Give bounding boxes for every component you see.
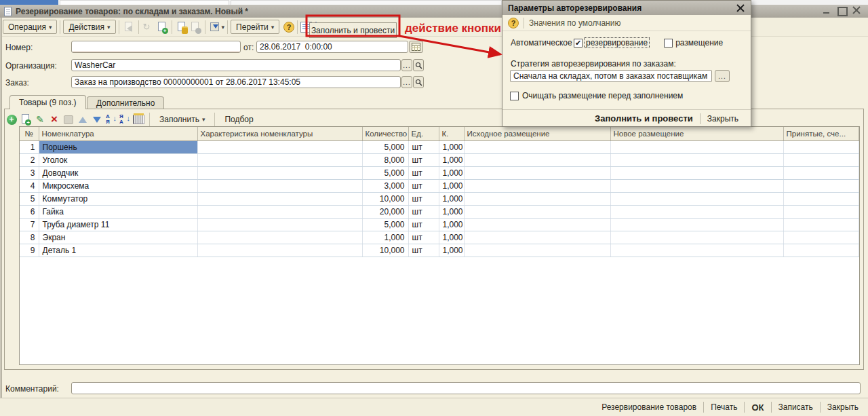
reserve-checkbox[interactable]: ✔ xyxy=(574,39,583,48)
cell-n[interactable]: 8 xyxy=(20,231,39,244)
minimize-icon[interactable] xyxy=(822,6,831,15)
cell-src[interactable] xyxy=(464,192,610,205)
cell-qty[interactable]: 5,000 xyxy=(362,218,408,231)
cell-n[interactable]: 9 xyxy=(20,244,39,257)
cell-src[interactable] xyxy=(464,244,610,257)
cell-name[interactable]: Гайка xyxy=(39,205,197,218)
cell-nw[interactable] xyxy=(610,179,783,192)
calendar-button[interactable] xyxy=(409,41,423,53)
cell-acc[interactable] xyxy=(783,231,859,244)
cell-k[interactable]: 1,000 xyxy=(439,192,464,205)
cell-qty[interactable]: 10,000 xyxy=(362,192,408,205)
cell-char[interactable] xyxy=(197,231,362,244)
cell-acc[interactable] xyxy=(783,166,859,179)
cell-n[interactable]: 2 xyxy=(20,153,39,166)
write-button[interactable]: Записать xyxy=(772,402,820,412)
column-header[interactable]: К. xyxy=(439,127,464,140)
place-checkbox[interactable] xyxy=(664,39,673,48)
ok-button[interactable]: ОК xyxy=(745,402,770,413)
cell-k[interactable]: 1,000 xyxy=(439,231,464,244)
cell-unit[interactable]: шт xyxy=(408,153,439,166)
cell-src[interactable] xyxy=(464,140,610,153)
cell-k[interactable]: 1,000 xyxy=(439,153,464,166)
cell-nw[interactable] xyxy=(610,205,783,218)
organization-open-button[interactable] xyxy=(413,59,424,71)
help-icon[interactable]: ? xyxy=(283,22,294,33)
column-header[interactable]: Принятые, сче... xyxy=(783,127,859,140)
cell-qty[interactable]: 10,000 xyxy=(362,244,408,257)
reread-icon[interactable] xyxy=(122,20,136,34)
cell-k[interactable]: 1,000 xyxy=(439,179,464,192)
cell-acc[interactable] xyxy=(783,218,859,231)
actions-menu-button[interactable]: Действия▾ xyxy=(63,20,115,34)
pick-button[interactable]: Подбор xyxy=(220,113,258,127)
cell-char[interactable] xyxy=(197,153,362,166)
sort-asc-icon[interactable]: АЯ↓ xyxy=(105,114,117,126)
cell-src[interactable] xyxy=(464,231,610,244)
cell-char[interactable] xyxy=(197,218,362,231)
help-icon[interactable]: ? xyxy=(508,18,519,29)
dialog-close-icon[interactable] xyxy=(736,3,745,13)
close-button[interactable]: Закрыть xyxy=(821,402,865,412)
place-checkbox-label[interactable]: размещение xyxy=(675,38,723,48)
cell-n[interactable]: 6 xyxy=(20,205,39,218)
dialog-fill-and-post-button[interactable]: Заполнить и провести xyxy=(588,113,700,124)
close-icon[interactable] xyxy=(852,6,861,15)
cell-acc[interactable] xyxy=(783,153,859,166)
cell-unit[interactable]: шт xyxy=(408,244,439,257)
move-up-icon[interactable] xyxy=(77,113,89,126)
order-open-button[interactable] xyxy=(413,76,424,88)
cell-name[interactable]: Поршень xyxy=(39,140,197,153)
sort-desc-icon[interactable]: ЯА↓ xyxy=(119,114,130,126)
doc-type-button[interactable]: Резервирование товаров xyxy=(595,402,703,412)
defaults-button[interactable]: Значения по умолчанию xyxy=(529,18,620,28)
cell-n[interactable]: 7 xyxy=(20,218,39,231)
cell-char[interactable] xyxy=(197,244,362,257)
cell-name[interactable]: Коммутатор xyxy=(39,192,197,205)
column-header[interactable]: Количество xyxy=(362,127,408,140)
dialog-close-button[interactable]: Закрыть xyxy=(701,114,745,124)
maximize-icon[interactable] xyxy=(837,6,846,15)
operation-menu-button[interactable]: Операция▾ xyxy=(3,20,57,34)
cell-k[interactable]: 1,000 xyxy=(439,244,464,257)
new-copy-icon[interactable]: + xyxy=(155,20,169,34)
cell-char[interactable] xyxy=(197,179,362,192)
add-row-icon[interactable]: + xyxy=(5,113,18,126)
delete-row-icon[interactable]: × xyxy=(48,113,60,126)
cell-n[interactable]: 4 xyxy=(20,179,39,192)
cell-char[interactable] xyxy=(197,140,362,153)
reserve-checkbox-label[interactable]: резервирование xyxy=(585,38,649,48)
cell-acc[interactable] xyxy=(783,192,859,205)
refresh-icon[interactable]: ↻ xyxy=(142,20,155,34)
cell-nw[interactable] xyxy=(610,218,783,231)
print-button[interactable]: Печать xyxy=(704,402,744,412)
cell-name[interactable]: Экран xyxy=(39,231,197,244)
cell-src[interactable] xyxy=(464,179,610,192)
cell-qty[interactable]: 3,000 xyxy=(362,179,408,192)
cell-unit[interactable]: шт xyxy=(408,179,439,192)
edit-row-icon[interactable]: ✎ xyxy=(34,113,46,126)
cell-n[interactable]: 3 xyxy=(20,166,39,179)
cell-src[interactable] xyxy=(464,218,610,231)
copy-row-icon[interactable]: + xyxy=(20,113,32,126)
cell-unit[interactable]: шт xyxy=(408,192,439,205)
cell-qty[interactable]: 5,000 xyxy=(362,166,408,179)
cell-n[interactable]: 1 xyxy=(20,140,39,153)
cell-unit[interactable]: шт xyxy=(408,140,439,153)
column-header[interactable]: Новое размещение xyxy=(610,127,783,140)
cell-char[interactable] xyxy=(197,166,362,179)
column-header[interactable]: Номенклатура xyxy=(39,127,197,140)
date-input[interactable] xyxy=(256,41,408,53)
cell-nw[interactable] xyxy=(610,166,783,179)
tab-additional[interactable]: Дополнительно xyxy=(87,96,164,109)
post-document-icon[interactable] xyxy=(175,20,189,34)
cell-n[interactable]: 5 xyxy=(20,192,39,205)
cell-nw[interactable] xyxy=(610,153,783,166)
cell-k[interactable]: 1,000 xyxy=(439,205,464,218)
fill-and-post-button[interactable]: Заполнить и провести xyxy=(309,22,397,38)
cell-acc[interactable] xyxy=(783,179,859,192)
cell-qty[interactable]: 8,000 xyxy=(362,153,408,166)
cell-name[interactable]: Микросхема xyxy=(39,179,197,192)
cell-src[interactable] xyxy=(464,153,610,166)
fill-menu-button[interactable]: Заполнить▾ xyxy=(155,113,210,127)
